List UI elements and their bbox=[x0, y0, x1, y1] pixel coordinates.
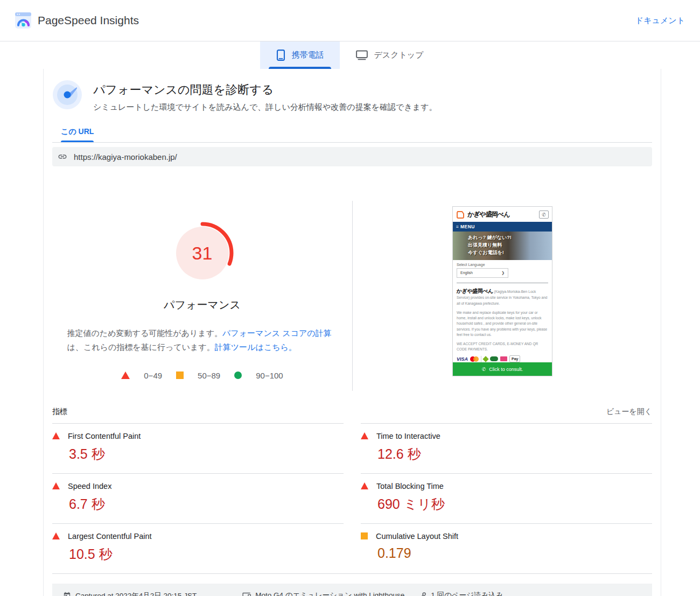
metric-speed-index: Speed Index 6.7 秒 bbox=[52, 473, 344, 523]
preview-banner-image: あれっ? 鍵がない?! 出張見積り無料 今すぐお電話を! bbox=[453, 232, 552, 260]
poor-triangle-icon bbox=[52, 532, 60, 539]
preview-body-paragraph: We make and replace duplicate keys for y… bbox=[457, 310, 548, 338]
page-load-icon bbox=[418, 592, 426, 596]
metric-value: 12.6 秒 bbox=[377, 445, 652, 463]
preview-language-dropdown: English ❯ bbox=[457, 268, 508, 278]
captured-at-text: Captured at 2022年4月2日 20:15 JST bbox=[75, 591, 197, 596]
legend-average-range: 50−89 bbox=[198, 371, 220, 380]
desktop-icon bbox=[356, 50, 368, 60]
devices-icon bbox=[242, 592, 251, 596]
page-subtitle: シミュレートした環境でサイトを読み込んで、詳しい分析情報や改善の提案を確認できま… bbox=[93, 102, 437, 113]
metric-value: 3.5 秒 bbox=[69, 445, 344, 463]
metric-total-blocking-time: Total Blocking Time 690 ミリ秒 bbox=[361, 473, 652, 523]
diagnose-gauge-icon bbox=[52, 80, 82, 110]
legend-good-range: 90−100 bbox=[256, 371, 283, 380]
mobile-phone-icon bbox=[276, 50, 285, 61]
metric-label: Speed Index bbox=[68, 482, 111, 490]
report-card: パフォーマンスの問題を診断する シミュレートした環境でサイトを読み込んで、詳しい… bbox=[43, 69, 661, 596]
mastercard-logo bbox=[470, 356, 479, 362]
app-header: PageSpeed Insights ドキュメント bbox=[0, 0, 700, 41]
metrics-grid: First Contentful Paint 3.5 秒 Time to Int… bbox=[52, 423, 652, 574]
documentation-link[interactable]: ドキュメント bbox=[635, 16, 685, 26]
metrics-header: 指標 ビューを開く bbox=[52, 407, 652, 423]
metric-label: Total Blocking Time bbox=[376, 482, 444, 490]
url-bar[interactable]: https://kagiya-moriokaben.jp/ bbox=[52, 147, 652, 166]
tab-mobile[interactable]: 携帯電話 bbox=[260, 41, 340, 69]
disclaimer-text-2: は、これらの指標を基に行っています。 bbox=[67, 342, 215, 352]
tab-desktop[interactable]: デスクトップ bbox=[340, 41, 439, 69]
device-tabbar: 携帯電話 デスクトップ bbox=[0, 41, 700, 69]
calendar-icon bbox=[63, 592, 71, 596]
disclaimer-text-1: 推定値のため変動する可能性があります。 bbox=[67, 328, 223, 338]
poor-triangle-icon bbox=[52, 432, 60, 439]
metric-first-contentful-paint: First Contentful Paint 3.5 秒 bbox=[52, 423, 344, 473]
poor-triangle-icon bbox=[52, 482, 60, 489]
page-load-info[interactable]: 1 回のページ読み込み bbox=[418, 591, 503, 596]
legend-good: 90−100 bbox=[234, 371, 283, 380]
preview-chevron-right-icon: ❯ bbox=[501, 271, 505, 275]
metric-value: 690 ミリ秒 bbox=[377, 495, 652, 513]
performance-score: 31 bbox=[171, 221, 234, 285]
emulation-info[interactable]: Moto G4 のエミュレーション with Lighthouse bbox=[242, 591, 404, 596]
preview-header: かぎや盛岡べん ✆ bbox=[453, 207, 552, 222]
apple-pay-badge: Pay bbox=[509, 355, 520, 362]
preview-language-value: English bbox=[460, 271, 473, 275]
metrics-heading: 指標 bbox=[52, 407, 67, 417]
preview-phone-button: ✆ bbox=[539, 211, 549, 219]
preview-accept-paragraph: WE ACCEPT CREDIT CARDS, E-MONEY AND QR C… bbox=[457, 341, 548, 352]
app-title: PageSpeed Insights bbox=[38, 14, 139, 27]
metric-label: First Contentful Paint bbox=[68, 432, 141, 440]
preview-consult-button: ✆ Click to consult. bbox=[453, 362, 552, 376]
gauge-label: パフォーマンス bbox=[164, 298, 241, 312]
emulation-text: Moto G4 のエミュレーション with Lighthouse bbox=[255, 591, 404, 596]
preview-payment-row: VISA Pay bbox=[457, 355, 548, 362]
payment-oval-badge bbox=[490, 356, 498, 361]
preview-banner-line3: 今すぐお電話を! bbox=[468, 249, 512, 257]
preview-divider bbox=[457, 283, 548, 283]
preview-menu-bar: ≡ MENU bbox=[453, 222, 552, 232]
page-load-text: 1 回のページ読み込み bbox=[431, 591, 503, 596]
tab-desktop-label: デスクトップ bbox=[374, 50, 423, 60]
preview-consult-label: Click to consult. bbox=[489, 367, 523, 372]
url-tabbar: この URL bbox=[52, 127, 652, 143]
performance-gauge[interactable]: 31 bbox=[171, 221, 234, 285]
metric-largest-contentful-paint: Largest Contentful Paint 10.5 秒 bbox=[52, 523, 344, 573]
calc-tool-link[interactable]: 計算ツールはこちら。 bbox=[215, 342, 297, 352]
screenshot-column: かぎや盛岡べん ✆ ≡ MENU あれっ? 鍵がない?! 出張見積り無料 今すぐ… bbox=[352, 201, 652, 391]
metric-value: 0.179 bbox=[377, 545, 652, 561]
poor-triangle-icon bbox=[361, 432, 368, 439]
metric-value: 10.5 秒 bbox=[69, 545, 344, 563]
analyzed-url: https://kagiya-moriokaben.jp/ bbox=[74, 152, 177, 162]
payment-separator bbox=[481, 356, 481, 362]
tab-mobile-label: 携帯電話 bbox=[291, 50, 324, 60]
good-circle-icon bbox=[234, 371, 242, 379]
metric-cumulative-layout-shift: Cumulative Layout Shift 0.179 bbox=[361, 523, 652, 573]
metric-label: Time to Interactive bbox=[376, 432, 440, 440]
intro-section: パフォーマンスの問題を診断する シミュレートした環境でサイトを読み込んで、詳しい… bbox=[52, 69, 652, 113]
score-column: 31 パフォーマンス 推定値のため変動する可能性があります。パフォーマンス スコ… bbox=[52, 201, 352, 391]
poor-triangle-icon bbox=[361, 482, 368, 489]
preview-intro-bold: かぎや盛岡べん bbox=[457, 288, 493, 294]
score-disclaimer: 推定値のため変動する可能性があります。パフォーマンス スコアの計算は、これらの指… bbox=[67, 326, 338, 355]
preview-banner-line2: 出張見積り無料 bbox=[468, 242, 512, 249]
average-square-icon bbox=[361, 532, 368, 539]
site-screenshot-thumbnail[interactable]: かぎや盛岡べん ✆ ≡ MENU あれっ? 鍵がない?! 出張見積り無料 今すぐ… bbox=[452, 206, 552, 376]
metric-time-to-interactive: Time to Interactive 12.6 秒 bbox=[361, 423, 652, 473]
capture-footer: Captured at 2022年4月2日 20:15 JST Moto G4 … bbox=[52, 584, 652, 596]
preview-site-logo-icon bbox=[456, 211, 465, 219]
legend-average: 50−89 bbox=[176, 371, 220, 380]
score-area: 31 パフォーマンス 推定値のため変動する可能性があります。パフォーマンス スコ… bbox=[52, 201, 652, 391]
visa-logo: VISA bbox=[457, 356, 468, 362]
metric-label: Largest Contentful Paint bbox=[68, 532, 152, 541]
score-calc-link[interactable]: パフォーマンス スコアの計算 bbox=[222, 328, 332, 338]
open-view-button[interactable]: ビューを開く bbox=[606, 407, 652, 417]
payment-diamond-icon bbox=[482, 356, 488, 362]
legend-poor-range: 0−49 bbox=[144, 371, 162, 380]
preview-banner-line1: あれっ? 鍵がない?! bbox=[468, 234, 512, 242]
preview-phone-icon: ✆ bbox=[482, 367, 486, 372]
tab-this-url[interactable]: この URL bbox=[61, 127, 94, 142]
preview-select-language-label: Select Language bbox=[457, 263, 548, 267]
pagespeed-logo-icon bbox=[15, 12, 31, 29]
metric-label: Cumulative Layout Shift bbox=[376, 532, 458, 541]
poor-triangle-icon bbox=[121, 371, 130, 379]
